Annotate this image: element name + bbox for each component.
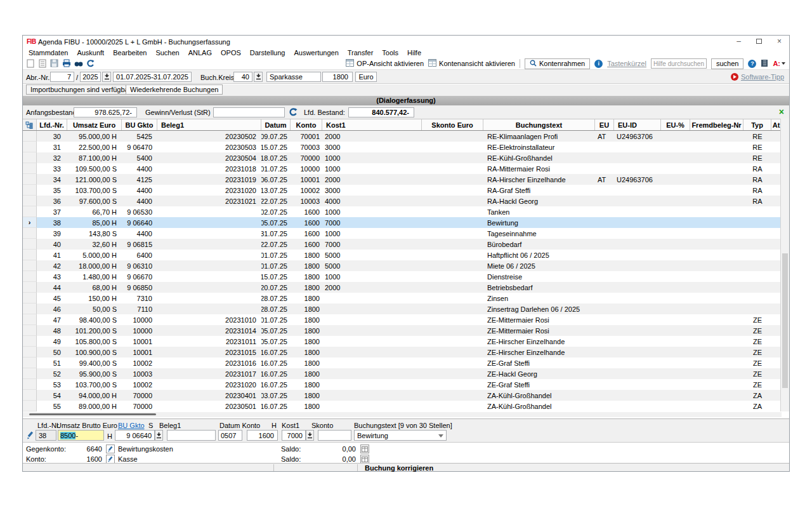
column-header-euid[interactable]: EU-ID xyxy=(614,119,661,130)
row-selector[interactable] xyxy=(23,379,37,390)
table-row[interactable]: 48101.200,00 S100002023101405.07.251800Z… xyxy=(23,325,782,336)
row-selector[interactable] xyxy=(23,314,37,325)
konto-edit-pencil-icon[interactable] xyxy=(106,455,115,464)
column-header-kost1[interactable]: Kost1 xyxy=(322,119,422,130)
table-row[interactable]: ›3885,00 H9 0664005.07.2516007000Bewirtu… xyxy=(23,217,782,228)
table-row[interactable]: 3697.600,00 S44002023102122.07.251000340… xyxy=(23,196,782,206)
recalculate-icon[interactable] xyxy=(289,107,298,117)
menu-item-suchen[interactable]: Suchen xyxy=(151,48,183,58)
row-selector[interactable] xyxy=(23,358,37,368)
table-row[interactable]: 45150,00 H731028.07.251800Zinsen xyxy=(23,293,782,304)
row-selector[interactable] xyxy=(23,401,37,411)
edit-kost1-field[interactable]: 7000 xyxy=(282,430,306,441)
import-bookings-button[interactable]: Importbuchungen sind verfügbar xyxy=(26,84,135,95)
gegenkonto-edit-pencil-icon[interactable] xyxy=(106,444,115,453)
menu-item-tools[interactable]: Tools xyxy=(377,48,403,58)
row-selector[interactable] xyxy=(23,228,37,239)
table-row[interactable]: 5494.000,00 H700002023040103.07.251800ZA… xyxy=(23,390,782,401)
menu-item-bearbeiten[interactable]: Bearbeiten xyxy=(108,48,151,58)
table-row[interactable]: 33109.500,00 S44002023101801.07.25100001… xyxy=(23,163,782,174)
table-row[interactable]: 5589.000,00 H700002023050116.07.251800ZA… xyxy=(23,401,782,411)
print-icon[interactable] xyxy=(62,58,71,68)
edit-datum-field[interactable]: 0507 xyxy=(218,430,242,441)
table-row[interactable]: 39143,80 S440031.07.2516001000Tageseinna… xyxy=(23,228,782,239)
column-header-fremd[interactable]: Fremdbeleg-Nr xyxy=(690,119,743,130)
horizontal-scrollbar[interactable] xyxy=(23,412,782,417)
column-header-bu[interactable]: BU Gkto xyxy=(122,119,157,130)
menu-item-transfer[interactable]: Transfer xyxy=(343,48,378,58)
row-selector[interactable] xyxy=(23,142,37,152)
horizontal-scrollbar-thumb[interactable] xyxy=(29,413,156,415)
edit-bu-gkto-link[interactable]: BU Gkto xyxy=(118,422,145,429)
row-selector[interactable] xyxy=(23,304,37,314)
table-row[interactable]: 50100.900,00 S100012023101516.07.251800Z… xyxy=(23,347,782,358)
edit-beleg-field[interactable] xyxy=(167,430,216,441)
help-search-input[interactable] xyxy=(651,58,707,69)
buchkreis-dropdown-button[interactable] xyxy=(254,72,263,82)
edit-skonto-field[interactable] xyxy=(318,430,351,441)
table-row[interactable]: 53103.700,00 S100022023102016.07.251800Z… xyxy=(23,379,782,390)
abr-dropdown-button[interactable] xyxy=(102,72,111,82)
row-selector[interactable] xyxy=(23,163,37,174)
table-row[interactable]: 4218.000,00 H9 0631001.07.2518005000Miet… xyxy=(23,260,782,271)
row-selector[interactable] xyxy=(23,325,37,336)
row-selector[interactable] xyxy=(23,336,37,347)
kontenrahmen-button[interactable]: Kontenrahmen xyxy=(525,58,590,69)
profile-menu[interactable]: A: xyxy=(773,60,785,67)
edit-buchungstext-combo[interactable]: Bewirtung xyxy=(354,430,447,441)
saldo-detail-icon-2[interactable] xyxy=(360,455,369,464)
row-selector[interactable] xyxy=(23,293,37,304)
table-row[interactable]: 34121.000,00 S41252023101906.07.25100012… xyxy=(23,174,782,185)
abr-year-field[interactable]: 2025 xyxy=(80,72,101,82)
menu-item-stammdaten[interactable]: Stammdaten xyxy=(24,48,72,58)
row-selector[interactable] xyxy=(23,368,37,379)
maximize-button[interactable] xyxy=(756,39,762,44)
open-document-icon[interactable] xyxy=(37,58,47,68)
table-row[interactable]: 3287.100,00 H54002023050418.07.257000010… xyxy=(23,152,782,163)
menu-item-darstellung[interactable]: Darstellung xyxy=(246,48,290,58)
column-header-datum[interactable]: Datum xyxy=(261,119,291,130)
table-row[interactable]: 3766,70 H9 0653002.07.2516001000Tanken xyxy=(23,206,782,217)
menu-item-hilfe[interactable]: Hilfe xyxy=(403,48,426,58)
column-header-typ[interactable]: Typ xyxy=(743,119,771,130)
table-row[interactable]: 3122.500,00 H9 064702023050315.07.257000… xyxy=(23,142,782,152)
row-selector[interactable] xyxy=(23,250,37,260)
row-selector[interactable] xyxy=(23,271,37,282)
table-row[interactable]: 4650,00 S711028.07.251800Zinsertrag Darl… xyxy=(23,304,782,314)
buchkreis-konto-field[interactable]: 1800 xyxy=(322,72,353,82)
close-button[interactable]: × xyxy=(777,37,782,46)
edit-bu-gkto-field[interactable]: 9 06640 xyxy=(115,430,155,441)
row-selector[interactable] xyxy=(23,196,37,206)
saldo-detail-icon-1[interactable] xyxy=(360,444,369,453)
table-row[interactable]: 431.480,00 H9 0667015.07.2518001000Diens… xyxy=(23,271,782,282)
op-view-toggle[interactable]: OP-Ansicht aktivieren xyxy=(346,59,424,68)
row-selector[interactable] xyxy=(23,174,37,185)
edit-konto-field[interactable]: 1600 xyxy=(247,430,278,441)
search-binoculars-icon[interactable] xyxy=(74,58,83,68)
menu-item-auswertungen[interactable]: Auswertungen xyxy=(289,48,343,58)
row-selector[interactable] xyxy=(23,260,37,271)
edit-kost1-dropdown-button[interactable] xyxy=(306,430,314,441)
manual-book-icon[interactable] xyxy=(761,59,768,69)
table-row[interactable]: 49105.800,00 S100012023101105.07.251800Z… xyxy=(23,336,782,347)
buchkreis-name-field[interactable]: Sparkasse xyxy=(266,72,321,82)
abr-nr-field[interactable]: 7 xyxy=(50,72,74,82)
buchkreis-field[interactable]: 40 xyxy=(233,72,252,82)
recurring-bookings-button[interactable]: Wiederkehrende Buchungen xyxy=(126,84,223,95)
minimize-button[interactable]: – xyxy=(737,37,741,46)
row-selector[interactable] xyxy=(23,282,37,293)
account-view-toggle[interactable]: Kontenansicht aktivieren xyxy=(428,59,515,68)
table-row[interactable]: 5295.900,00 S100032023101716.07.251800ZE… xyxy=(23,368,782,379)
row-selector[interactable] xyxy=(23,347,37,358)
hierarchy-toggle[interactable] xyxy=(23,119,37,130)
column-header-beleg[interactable]: Beleg1 xyxy=(157,119,261,130)
menu-item-auskunft[interactable]: Auskunft xyxy=(72,48,108,58)
table-row[interactable]: 5199.400,00 S100022023101616.07.251800ZE… xyxy=(23,358,782,368)
row-selector[interactable] xyxy=(23,152,37,163)
row-selector[interactable] xyxy=(23,185,37,196)
table-row[interactable]: 4468,00 H9 0685020.07.2518002000Betriebs… xyxy=(23,282,782,293)
column-header-nr[interactable]: Lfd.-Nr. xyxy=(37,119,67,130)
close-grid-icon[interactable]: × xyxy=(779,107,784,117)
row-selector[interactable] xyxy=(23,206,37,217)
software-tip[interactable]: Software-Tipp xyxy=(731,73,784,81)
